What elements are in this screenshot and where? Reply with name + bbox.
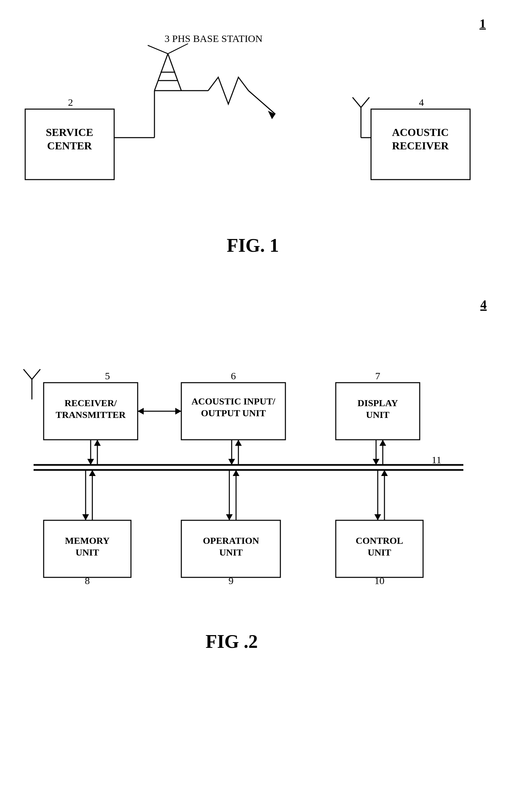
svg-text:OPERATION: OPERATION <box>203 535 259 546</box>
fig1-diagram: SERVICE CENTER 2 ACOUSTIC RECEIVER 4 3 P… <box>0 10 506 272</box>
svg-text:ACOUSTIC: ACOUSTIC <box>392 126 449 138</box>
svg-marker-76 <box>89 470 96 476</box>
fig2-diagram: 4 RECEIVER/ TRANSMITTER 5 ACOUSTIC INPUT… <box>0 292 506 796</box>
svg-marker-54 <box>228 459 235 465</box>
svg-marker-56 <box>235 440 242 446</box>
svg-text:7: 7 <box>375 370 380 381</box>
svg-text:CONTROL: CONTROL <box>356 535 403 546</box>
svg-text:9: 9 <box>229 575 234 586</box>
svg-text:11: 11 <box>432 454 442 465</box>
svg-text:OUTPUT UNIT: OUTPUT UNIT <box>201 408 266 418</box>
svg-marker-84 <box>381 470 388 476</box>
svg-line-19 <box>248 91 275 114</box>
svg-text:8: 8 <box>85 575 90 586</box>
svg-text:TRANSMITTER: TRANSMITTER <box>56 410 126 420</box>
svg-text:RECEIVER: RECEIVER <box>392 140 449 152</box>
svg-text:UNIT: UNIT <box>368 547 391 558</box>
svg-marker-60 <box>379 440 386 446</box>
svg-text:UNIT: UNIT <box>219 547 243 558</box>
svg-marker-82 <box>374 514 381 520</box>
svg-text:CENTER: CENTER <box>47 140 92 152</box>
svg-marker-52 <box>94 440 101 446</box>
svg-line-22 <box>353 97 361 107</box>
page: 1 SERVICE CENTER 2 ACOUSTIC RECEIVER 4 3… <box>0 0 506 812</box>
fig1-container: 1 SERVICE CENTER 2 ACOUSTIC RECEIVER 4 3… <box>0 10 506 272</box>
svg-marker-74 <box>82 514 89 520</box>
svg-text:FIG. 1: FIG. 1 <box>227 235 279 256</box>
svg-line-30 <box>32 369 40 379</box>
svg-text:5: 5 <box>105 370 110 381</box>
svg-text:ACOUSTIC INPUT/: ACOUSTIC INPUT/ <box>191 396 276 407</box>
svg-line-14 <box>168 44 188 54</box>
svg-marker-80 <box>233 470 239 476</box>
svg-text:6: 6 <box>231 370 236 381</box>
svg-line-15 <box>148 45 168 54</box>
svg-marker-78 <box>226 514 233 520</box>
fig2-container: 4 RECEIVER/ TRANSMITTER 5 ACOUSTIC INPUT… <box>0 292 506 796</box>
svg-text:10: 10 <box>374 575 384 586</box>
svg-text:4: 4 <box>419 97 424 108</box>
svg-marker-50 <box>87 459 94 465</box>
svg-marker-58 <box>373 459 379 465</box>
svg-text:UNIT: UNIT <box>366 410 389 420</box>
svg-marker-44 <box>175 408 181 415</box>
svg-line-29 <box>24 369 32 379</box>
svg-text:SERVICE: SERVICE <box>46 126 93 138</box>
svg-text:RECEIVER/: RECEIVER/ <box>64 398 117 408</box>
svg-text:DISPLAY: DISPLAY <box>358 398 398 408</box>
svg-marker-20 <box>268 111 275 119</box>
svg-text:2: 2 <box>68 97 73 108</box>
svg-text:MEMORY: MEMORY <box>65 535 110 546</box>
svg-text:4: 4 <box>480 297 487 312</box>
svg-text:3 PHS BASE STATION: 3 PHS BASE STATION <box>165 33 263 44</box>
svg-text:UNIT: UNIT <box>76 547 99 558</box>
svg-text:FIG .2: FIG .2 <box>205 631 258 652</box>
svg-marker-45 <box>138 408 144 415</box>
svg-line-23 <box>361 97 369 107</box>
